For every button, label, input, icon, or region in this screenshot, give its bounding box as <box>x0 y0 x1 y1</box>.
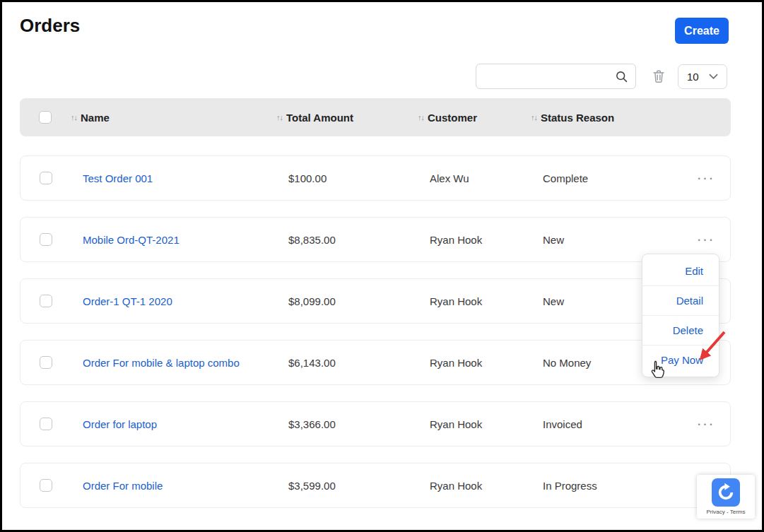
row-actions-context-menu: Edit Detail Delete Pay Now <box>642 254 719 377</box>
page-size-select[interactable]: 10 <box>678 64 727 89</box>
header-label: Total Amount <box>286 112 353 124</box>
chevron-down-icon <box>709 73 718 80</box>
customer-cell: Alex Wu <box>418 172 531 184</box>
row-actions-menu-icon[interactable]: ··· <box>697 416 715 432</box>
total-amount-cell: $3,366.00 <box>277 418 418 430</box>
row-checkbox[interactable] <box>40 233 52 246</box>
status-reason-cell: Complete <box>531 172 681 184</box>
table-row: Order For mobile $3,599.00 Ryan Hook In … <box>20 463 731 508</box>
menu-item-detail[interactable]: Detail <box>642 286 719 316</box>
customer-cell: Ryan Hook <box>418 295 531 307</box>
status-reason-cell: In Progress <box>531 480 681 492</box>
menu-item-edit[interactable]: Edit <box>642 256 719 286</box>
table-header-row: ↑↓ Name ↑↓ Total Amount ↑↓ Customer ↑↓ S… <box>20 98 731 136</box>
header-label: Name <box>81 112 110 124</box>
menu-item-pay-now[interactable]: Pay Now <box>642 345 719 374</box>
row-checkbox[interactable] <box>40 479 52 492</box>
create-button[interactable]: Create <box>675 18 729 44</box>
page-title: Orders <box>20 15 80 37</box>
table-row: Test Order 001 $100.00 Alex Wu Complete … <box>20 155 731 201</box>
search-input[interactable] <box>483 71 615 82</box>
recaptcha-icon <box>712 478 740 507</box>
customer-cell: Ryan Hook <box>418 480 531 492</box>
sort-icon[interactable]: ↑↓ <box>276 113 283 122</box>
total-amount-cell: $8,835.00 <box>277 234 418 246</box>
header-customer[interactable]: ↑↓ Customer <box>418 112 531 124</box>
customer-cell: Ryan Hook <box>418 357 531 369</box>
orders-table: ↑↓ Name ↑↓ Total Amount ↑↓ Customer ↑↓ S… <box>20 98 731 524</box>
customer-cell: Ryan Hook <box>418 234 531 246</box>
search-icon[interactable] <box>615 70 628 83</box>
header-total-amount[interactable]: ↑↓ Total Amount <box>276 112 418 124</box>
table-row: Mobile Ord-QT-2021 $8,835.00 Ryan Hook N… <box>20 217 731 262</box>
app-window: Orders Create 10 <box>0 0 764 532</box>
row-actions-menu-icon[interactable]: ··· <box>697 232 715 247</box>
order-name-link[interactable]: Test Order 001 <box>83 172 153 184</box>
recaptcha-badge[interactable]: Privacy - Terms <box>697 475 755 519</box>
header-name[interactable]: ↑↓ Name <box>71 112 276 124</box>
row-checkbox[interactable] <box>40 172 52 184</box>
header-label: Status Reason <box>541 112 614 124</box>
status-reason-cell: New <box>531 234 681 246</box>
page-size-value: 10 <box>687 71 699 83</box>
table-row: Order For mobile & laptop combo $6,143.0… <box>20 340 731 385</box>
row-checkbox[interactable] <box>40 356 52 369</box>
order-name-link[interactable]: Order for laptop <box>83 418 157 430</box>
recaptcha-privacy-terms[interactable]: Privacy - Terms <box>707 509 746 515</box>
order-name-link[interactable]: Order For mobile & laptop combo <box>83 357 240 369</box>
table-row: Order-1 QT-1 2020 $8,099.00 Ryan Hook Ne… <box>20 278 731 324</box>
total-amount-cell: $3,599.00 <box>277 480 418 492</box>
header-status-reason[interactable]: ↑↓ Status Reason <box>531 112 681 124</box>
table-row: Order for laptop $3,366.00 Ryan Hook Inv… <box>20 401 731 447</box>
trash-icon[interactable] <box>650 68 668 86</box>
order-name-link[interactable]: Mobile Ord-QT-2021 <box>83 234 180 246</box>
order-name-link[interactable]: Order For mobile <box>83 480 163 492</box>
sort-icon[interactable]: ↑↓ <box>418 113 424 122</box>
row-checkbox[interactable] <box>40 418 52 430</box>
header-label: Customer <box>428 112 477 124</box>
row-checkbox[interactable] <box>40 295 52 307</box>
status-reason-cell: Invoiced <box>531 418 681 430</box>
total-amount-cell: $100.00 <box>277 172 418 184</box>
order-name-link[interactable]: Order-1 QT-1 2020 <box>83 295 172 307</box>
row-actions-menu-icon[interactable]: ··· <box>697 170 715 186</box>
search-box <box>476 64 636 89</box>
select-all-checkbox[interactable] <box>39 111 52 124</box>
menu-item-delete[interactable]: Delete <box>642 316 719 345</box>
sort-icon[interactable]: ↑↓ <box>531 113 537 122</box>
sort-icon[interactable]: ↑↓ <box>71 113 77 122</box>
customer-cell: Ryan Hook <box>418 418 531 430</box>
total-amount-cell: $8,099.00 <box>277 295 418 307</box>
total-amount-cell: $6,143.00 <box>277 357 418 369</box>
